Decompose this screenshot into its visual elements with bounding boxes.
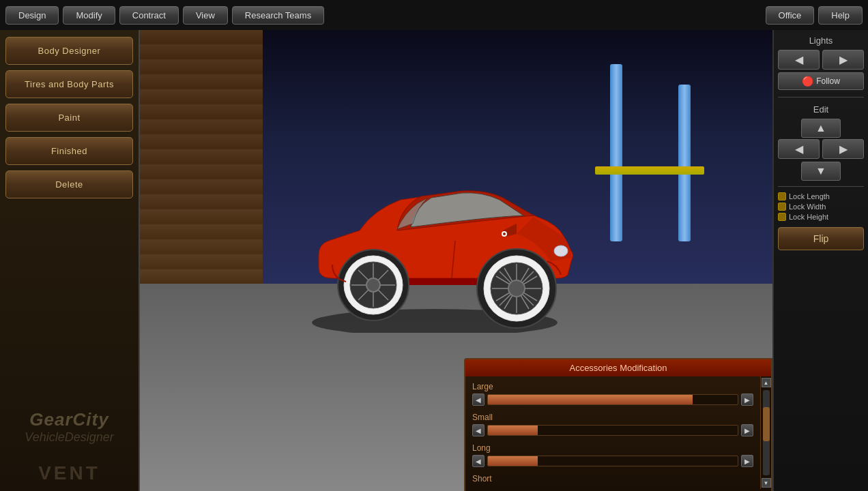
- large-slider-right[interactable]: ▶: [741, 393, 753, 406]
- body-designer-button[interactable]: Body Designer: [5, 37, 133, 65]
- accessory-content: Large ◀ ▶ Small ◀ ▶: [465, 376, 771, 489]
- top-bar-right: Office Help: [766, 6, 863, 25]
- long-slider-fill: [488, 456, 538, 466]
- accessory-panel-title: Accessories Modification: [465, 359, 771, 376]
- long-label: Long: [472, 443, 753, 453]
- long-slider-row: Long ◀ ▶: [472, 443, 753, 467]
- follow-label: Follow: [816, 76, 840, 86]
- lock-width-checkbox[interactable]: [778, 203, 786, 211]
- lights-left-button[interactable]: ◀: [778, 50, 820, 70]
- right-control-panel: Lights ◀ ▶ 🔴 Follow Edit ▲ ◀ ▶ ▼ Lock: [772, 30, 868, 491]
- scroll-up-arrow[interactable]: ▲: [762, 378, 771, 387]
- lock-length-label: Lock Length: [789, 192, 830, 200]
- design-button[interactable]: Design: [5, 6, 59, 25]
- small-slider-left[interactable]: ◀: [472, 424, 484, 436]
- small-slider-right[interactable]: ▶: [741, 424, 753, 436]
- finished-button[interactable]: Finished: [5, 137, 133, 165]
- accessory-panel: Accessories Modification Large ◀ ▶ Small…: [464, 358, 772, 491]
- small-slider-track: ◀ ▶: [472, 424, 753, 436]
- panel-divider-2: [778, 186, 864, 187]
- delete-button[interactable]: Delete: [5, 170, 133, 198]
- lift-arm: [595, 166, 704, 175]
- tires-body-parts-button[interactable]: Tires and Body Parts: [5, 70, 133, 98]
- sliders-area: Large ◀ ▶ Small ◀ ▶: [465, 376, 760, 489]
- panel-divider-1: [778, 97, 864, 98]
- lock-length-row: Lock Length: [778, 192, 864, 200]
- large-label: Large: [472, 382, 753, 391]
- large-slider-bar[interactable]: [487, 394, 738, 405]
- top-navigation: Design Modify Contract View Research Tea…: [0, 0, 868, 30]
- svg-point-21: [554, 246, 568, 256]
- help-button[interactable]: Help: [818, 6, 863, 25]
- small-slider-row: Small ◀ ▶: [472, 413, 753, 436]
- small-slider-bar[interactable]: [487, 425, 738, 436]
- scroll-down-arrow[interactable]: ▼: [762, 478, 771, 488]
- lock-width-row: Lock Width: [778, 203, 864, 211]
- short-label: Short: [472, 474, 753, 483]
- long-slider-right[interactable]: ▶: [741, 455, 753, 467]
- lights-direction-buttons: ◀ ▶: [778, 50, 864, 70]
- view-button[interactable]: View: [183, 6, 228, 25]
- gearcity-title: GearCity: [5, 409, 133, 430]
- long-slider-bar[interactable]: [487, 456, 738, 466]
- large-slider-row: Large ◀ ▶: [472, 382, 753, 406]
- vertical-scrollbar[interactable]: ▲ ▼: [760, 376, 771, 489]
- left-sidebar: Body Designer Tires and Body Parts Paint…: [0, 30, 140, 491]
- large-slider-track: ◀ ▶: [472, 393, 753, 406]
- edit-lr-buttons: ◀ ▶: [778, 139, 864, 159]
- edit-left-button[interactable]: ◀: [778, 139, 820, 159]
- gearcity-logo: GearCity VehicleDesigner: [5, 402, 133, 451]
- small-label: Small: [472, 413, 753, 422]
- large-slider-left[interactable]: ◀: [472, 393, 484, 406]
- contract-button[interactable]: Contract: [119, 6, 179, 25]
- lights-section: Lights ◀ ▶ 🔴 Follow: [778, 35, 864, 90]
- office-button[interactable]: Office: [766, 6, 815, 25]
- follow-icon: 🔴: [802, 76, 813, 87]
- lock-height-checkbox[interactable]: [778, 213, 786, 221]
- lock-length-checkbox[interactable]: [778, 192, 786, 200]
- lock-height-label: Lock Height: [789, 213, 828, 221]
- lock-width-label: Lock Width: [789, 203, 826, 211]
- scroll-thumb[interactable]: [763, 407, 770, 441]
- lock-height-row: Lock Height: [778, 213, 864, 221]
- small-slider-fill: [488, 426, 538, 435]
- edit-section: Edit ▲ ◀ ▶ ▼ Lock Length Lock Width Lock…: [778, 104, 864, 250]
- edit-down-button[interactable]: ▼: [801, 162, 841, 181]
- lift-column-right: [678, 85, 691, 241]
- lights-right-button[interactable]: ▶: [822, 50, 864, 70]
- long-slider-left[interactable]: ◀: [472, 455, 484, 467]
- edit-up-button[interactable]: ▲: [801, 119, 841, 138]
- lift-column-left: [610, 64, 622, 241]
- flip-button[interactable]: Flip: [778, 227, 864, 250]
- car-model: [291, 142, 592, 333]
- edit-label: Edit: [778, 104, 864, 115]
- paint-button[interactable]: Paint: [5, 104, 133, 132]
- long-slider-track: ◀ ▶: [472, 455, 753, 467]
- edit-right-button[interactable]: ▶: [822, 139, 864, 159]
- scroll-track[interactable]: [763, 390, 770, 475]
- svg-point-20: [366, 278, 380, 292]
- lights-label: Lights: [778, 35, 864, 46]
- vehicle-designer-subtitle: VehicleDesigner: [5, 430, 133, 445]
- follow-button[interactable]: 🔴 Follow: [778, 72, 864, 90]
- svg-point-12: [508, 280, 525, 297]
- modify-button[interactable]: Modify: [63, 6, 115, 25]
- large-slider-fill: [488, 395, 693, 404]
- research-teams-button[interactable]: Research Teams: [232, 6, 324, 25]
- vent-logo: VENT: [5, 462, 133, 484]
- short-slider-row: Short: [472, 474, 753, 483]
